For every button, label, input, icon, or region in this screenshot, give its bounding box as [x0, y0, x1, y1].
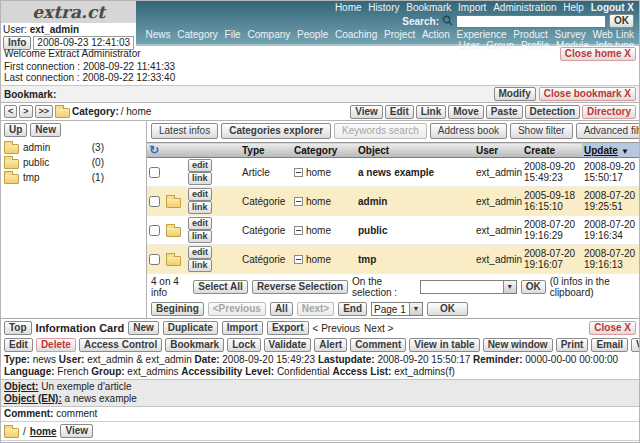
menu-file[interactable]: File: [225, 29, 241, 40]
detection-button[interactable]: Detection: [525, 105, 581, 119]
next-card-link[interactable]: Next >: [364, 323, 393, 334]
menu-news[interactable]: News: [145, 29, 170, 40]
select-all-button[interactable]: Select All: [193, 280, 248, 294]
search-ok-button[interactable]: OK: [609, 14, 634, 28]
menu-people[interactable]: People: [297, 29, 328, 40]
delete-button[interactable]: Delete: [36, 338, 76, 352]
collapse-icon[interactable]: [294, 255, 303, 264]
row-edit-button[interactable]: edit: [188, 188, 212, 201]
menu-history[interactable]: History: [368, 2, 399, 13]
collapse-icon[interactable]: [294, 226, 303, 235]
tab-address-book[interactable]: Address book: [430, 123, 507, 139]
nav-forward-button[interactable]: >: [19, 105, 32, 118]
directory-button[interactable]: Directory: [582, 105, 636, 119]
view-category-button[interactable]: View: [60, 424, 93, 438]
tree-item-tmp[interactable]: tmp (1): [4, 170, 104, 185]
row-checkbox[interactable]: [149, 225, 160, 236]
table-row[interactable]: edit link Catégorie home admin ext_admin…: [147, 187, 640, 216]
page-ok-button[interactable]: OK: [427, 302, 468, 316]
all-pages-button[interactable]: All: [270, 302, 293, 316]
row-link-button[interactable]: link: [188, 259, 212, 272]
link-button[interactable]: Link: [416, 105, 447, 119]
reverse-selection-button[interactable]: Reverse Selection: [252, 280, 348, 294]
tab-advanced-filter[interactable]: Advanced filter: [576, 123, 640, 139]
object-cell[interactable]: a news example: [356, 158, 474, 187]
refresh-icon[interactable]: ↻: [149, 143, 159, 157]
menu-help[interactable]: Help: [563, 2, 584, 13]
table-row[interactable]: edit link Catégorie home public ext_admi…: [147, 216, 640, 245]
collapse-icon[interactable]: [294, 197, 303, 206]
email-button[interactable]: Email: [591, 338, 628, 352]
col-update[interactable]: Update▼: [582, 143, 640, 158]
lock-button[interactable]: Lock: [227, 338, 260, 352]
previous-card-link[interactable]: < Previous: [313, 323, 361, 334]
row-link-button[interactable]: link: [188, 201, 212, 214]
print-button[interactable]: Print: [556, 338, 589, 352]
export-button[interactable]: Export: [267, 321, 309, 335]
object-cell[interactable]: tmp: [356, 245, 474, 274]
new-button[interactable]: New: [128, 321, 159, 335]
menu-logout[interactable]: Logout X: [591, 2, 634, 13]
menu-coaching[interactable]: Coaching: [335, 29, 377, 40]
edit-button[interactable]: Edit: [4, 338, 33, 352]
table-row[interactable]: edit link Catégorie home tmp ext_admin 2…: [147, 245, 640, 274]
menu-bookmark[interactable]: Bookmark: [406, 2, 451, 13]
comment-button[interactable]: Comment: [350, 338, 406, 352]
close-bookmark-button[interactable]: Close bookmark X: [539, 87, 636, 101]
object-cell[interactable]: public: [356, 216, 474, 245]
edit-button[interactable]: Edit: [385, 105, 414, 119]
row-edit-button[interactable]: edit: [188, 246, 212, 259]
menu-home[interactable]: Home: [335, 2, 362, 13]
menu-action[interactable]: Action: [422, 29, 450, 40]
view-log-button[interactable]: View Log: [631, 338, 640, 352]
up-button[interactable]: Up: [4, 123, 27, 137]
selection-action-select[interactable]: ▼: [420, 280, 517, 294]
category-path[interactable]: / home: [121, 106, 152, 117]
menu-project[interactable]: Project: [384, 29, 415, 40]
close-card-button[interactable]: Close X: [589, 321, 636, 335]
begining-button[interactable]: Begining: [151, 302, 204, 316]
row-edit-button[interactable]: edit: [188, 159, 212, 172]
menu-administration[interactable]: Administration: [493, 2, 556, 13]
collapse-icon[interactable]: [294, 168, 303, 177]
tab-latest-infos[interactable]: Latest infos: [151, 123, 218, 139]
search-input[interactable]: [456, 15, 606, 28]
menu-import[interactable]: Import: [458, 2, 486, 13]
col-create[interactable]: Create: [522, 143, 582, 158]
table-row[interactable]: edit link Article home a news example ex…: [147, 158, 640, 187]
menu-company[interactable]: Company: [247, 29, 290, 40]
bookmark-button[interactable]: Bookmark: [165, 338, 224, 352]
row-checkbox[interactable]: [149, 167, 160, 178]
menu-experience[interactable]: Experience: [457, 29, 507, 40]
row-link-button[interactable]: link: [188, 230, 212, 243]
tab-show-filter[interactable]: Show filter: [510, 123, 573, 139]
menu-product[interactable]: Product: [513, 29, 547, 40]
import-button[interactable]: Import: [222, 321, 263, 335]
object-cell[interactable]: admin: [356, 187, 474, 216]
col-object[interactable]: Object: [356, 143, 474, 158]
top-button[interactable]: Top: [4, 321, 32, 335]
menu-survey[interactable]: Survey: [555, 29, 586, 40]
move-button[interactable]: Move: [448, 105, 484, 119]
duplicate-button[interactable]: Duplicate: [163, 321, 218, 335]
menu-web-link[interactable]: Web Link: [592, 29, 634, 40]
col-user[interactable]: User: [474, 143, 522, 158]
home-category-link[interactable]: home: [30, 426, 57, 437]
alert-button[interactable]: Alert: [314, 338, 347, 352]
validate-button[interactable]: Validate: [264, 338, 312, 352]
nav-last-button[interactable]: >>: [35, 105, 54, 118]
paste-button[interactable]: Paste: [486, 105, 523, 119]
menu-category[interactable]: Category: [177, 29, 218, 40]
row-edit-button[interactable]: edit: [188, 217, 212, 230]
view-button[interactable]: View: [350, 105, 383, 119]
col-category[interactable]: Category: [292, 143, 356, 158]
end-button[interactable]: End: [338, 302, 367, 316]
selection-ok-button[interactable]: OK: [521, 280, 546, 294]
page-select[interactable]: Page 1▼: [371, 302, 423, 316]
nav-back-button[interactable]: <: [4, 105, 17, 118]
modify-button[interactable]: Modify: [494, 87, 536, 101]
tree-item-public[interactable]: public (0): [4, 155, 104, 170]
close-home-button[interactable]: Close home X: [560, 47, 636, 61]
row-link-button[interactable]: link: [188, 172, 212, 185]
tree-item-admin[interactable]: admin (3): [4, 140, 104, 155]
